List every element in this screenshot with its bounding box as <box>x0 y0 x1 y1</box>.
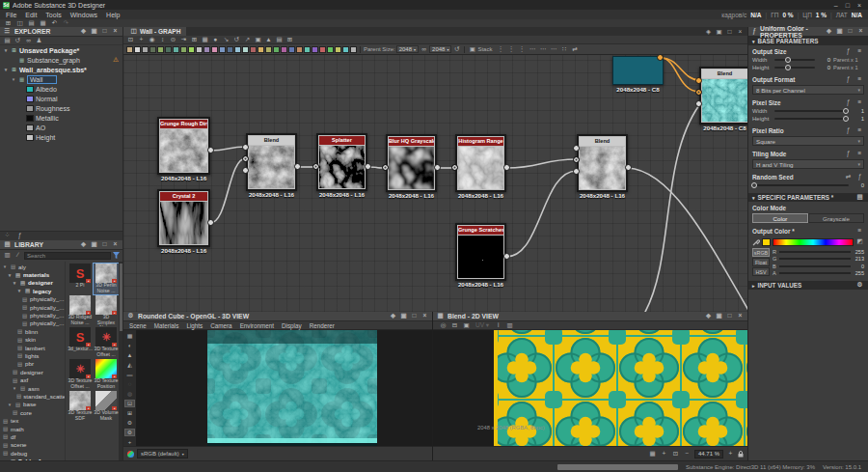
input-port[interactable] <box>312 163 319 170</box>
view3d-menu-display[interactable]: Display <box>282 322 302 329</box>
chevron-down-icon[interactable]: ▾ <box>11 76 16 82</box>
explorer-item-unsaved-package-[interactable]: ▾⊞Unsaved Package* <box>0 45 122 55</box>
align-h2-icon[interactable]: ⋯ <box>538 45 547 53</box>
menu-help[interactable]: Help <box>106 12 120 18</box>
link-size-icon[interactable]: ∞ <box>420 45 428 53</box>
new-package-icon[interactable]: ⊞ <box>4 19 13 27</box>
env-icon[interactable]: ◭ <box>124 361 135 369</box>
frame-icon[interactable]: ▣ <box>254 36 262 43</box>
library-item-3d-volume-mask[interactable]: ◂3D Volume Mask <box>94 391 119 422</box>
linked-size-dropdown[interactable]: 2048▾ <box>429 45 451 53</box>
graph-node-blend-3[interactable]: Blend2048x2048 - C8 <box>699 67 747 125</box>
input-port[interactable] <box>695 77 702 84</box>
library-tree-item-tex[interactable]: ▤tex <box>0 416 65 424</box>
input-port[interactable] <box>242 167 249 174</box>
graph-node-splatter[interactable]: Splatter2048x2048 - L16 <box>316 133 367 191</box>
slider-row-height[interactable]: Height0Parent x 1 <box>752 64 864 71</box>
input-port[interactable] <box>451 164 458 171</box>
node-palette-button-3[interactable] <box>149 46 156 53</box>
edit-params-icon[interactable]: ▤ <box>855 194 864 202</box>
color-space-float-button[interactable]: Float <box>752 258 770 266</box>
library-tree-item-core[interactable]: ▤core <box>0 408 65 416</box>
maximize-icon[interactable]: □ <box>100 241 109 249</box>
loop-icon[interactable]: ↺ <box>232 36 241 43</box>
cloud-icon[interactable]: ◍ <box>124 390 135 398</box>
specific-parameters-section[interactable]: ▾SPECIFIC PARAMETERS * ▤ <box>748 193 868 202</box>
node-palette-button-13[interactable] <box>227 46 233 53</box>
explorer-item-height[interactable]: Height <box>0 132 122 142</box>
view3d-menu-environment[interactable]: Environment <box>240 322 274 329</box>
view3d-menu-scene[interactable]: Scene <box>129 322 147 329</box>
close-icon[interactable]: × <box>736 313 745 320</box>
parent-size-dropdown[interactable]: 2048▾ <box>396 45 419 53</box>
compact-icon[interactable]: ⇄ <box>570 45 579 53</box>
chevron-down-icon[interactable]: ▾ <box>12 280 17 286</box>
pixel-ratio-select[interactable]: Square▾ <box>752 136 864 146</box>
maximize-icon[interactable]: □ <box>725 28 734 36</box>
input-port[interactable] <box>573 156 580 163</box>
chevron-down-icon[interactable]: ▾ <box>16 288 22 293</box>
float-icon[interactable]: ▣ <box>90 241 98 249</box>
gizmo-icon[interactable]: + <box>124 438 135 446</box>
node-palette-button-0[interactable] <box>126 46 133 53</box>
input-port[interactable] <box>382 164 389 171</box>
snapshot-icon[interactable]: ▤ <box>275 36 284 43</box>
link-create-icon[interactable]: ↘ <box>222 36 231 43</box>
refresh-icon[interactable]: ↺ <box>452 45 461 53</box>
input-values-section[interactable]: ▸INPUT VALUES ⚙ <box>748 281 868 290</box>
magnifier-icon[interactable]: ◎ <box>439 321 448 329</box>
align-h3-icon[interactable]: ⋯ <box>549 45 557 53</box>
node-palette-button-9[interactable] <box>196 46 203 53</box>
color-swatch[interactable] <box>762 238 771 246</box>
gear-icon[interactable]: ⚙ <box>124 429 135 436</box>
channel-slider-b[interactable]: B0 <box>773 263 864 270</box>
preset-icon[interactable]: ≡ <box>855 99 864 107</box>
library-tree-item-debug[interactable]: ▤debug <box>0 449 65 457</box>
pin-icon[interactable]: ◈ <box>825 28 833 36</box>
close-icon[interactable]: × <box>420 313 429 320</box>
node-palette-button-7[interactable] <box>180 46 187 53</box>
pin-icon[interactable]: ◈ <box>389 313 397 320</box>
input-port[interactable] <box>573 145 580 152</box>
view2d-viewport[interactable]: 2048 x 2048 (RGBA, 8bpc) <box>433 330 747 446</box>
node-palette-button-14[interactable] <box>234 46 241 53</box>
maximize-icon[interactable]: □ <box>725 313 734 320</box>
fit-icon[interactable]: ⊡ <box>671 450 680 458</box>
float-icon[interactable]: ▣ <box>715 28 723 36</box>
node-palette-button-11[interactable] <box>211 46 218 53</box>
center-icon[interactable]: + <box>660 450 668 458</box>
display-icon[interactable]: ▦ <box>201 36 209 43</box>
function-icon[interactable]: ƒ <box>844 76 853 84</box>
explorer-item-albedo[interactable]: Albedo <box>0 84 122 94</box>
chevron-down-icon[interactable]: ▾ <box>12 385 17 391</box>
graph-node-blend-2[interactable]: Blend2048x2048 - L16 <box>577 134 628 192</box>
jump-icon[interactable]: ⇥ <box>179 36 188 43</box>
input-port[interactable] <box>695 89 702 96</box>
menu-tools[interactable]: Tools <box>45 12 61 18</box>
graph-node-uniform-color[interactable]: 2048x2048 - C8 <box>612 56 664 85</box>
explorer-item-normal[interactable]: Normal <box>0 94 122 103</box>
color-mode-grayscale-button[interactable]: Grayscale <box>808 213 864 223</box>
graph-node-crystal-2[interactable]: Crystal 22048x2048 - L16 <box>157 189 210 247</box>
input-port[interactable] <box>242 144 249 151</box>
library-tree-item-math[interactable]: ▤math <box>0 425 65 432</box>
maximize-icon[interactable]: □ <box>846 28 854 36</box>
library-tree-item-blinn[interactable]: ▤blinn <box>0 327 65 335</box>
close-icon[interactable]: × <box>111 28 120 36</box>
info-icon[interactable]: i <box>494 321 502 329</box>
float-icon[interactable]: ▣ <box>90 28 98 36</box>
close-button[interactable]: × <box>857 2 861 9</box>
picker-icon[interactable]: ◩ <box>855 238 864 246</box>
node-palette-button-24[interactable] <box>312 46 318 53</box>
library-tree-item-physically-[interactable]: ▤physically_... <box>0 311 65 319</box>
search-icon[interactable]: ⊙ <box>169 36 177 43</box>
input-port[interactable] <box>695 100 702 107</box>
node-palette-button-8[interactable] <box>188 46 195 53</box>
library-item-3d-texture-offset-[interactable]: ✳◂3D Texture Offset ... <box>68 359 93 390</box>
node-palette-button-28[interactable] <box>342 46 349 53</box>
distribute-icon[interactable]: ∷ <box>559 45 568 53</box>
explorer-item-metallic[interactable]: Metallic <box>0 113 122 123</box>
library-item-3d-textur-[interactable]: S◂3d_textur... <box>68 327 93 358</box>
maximize-icon[interactable]: □ <box>100 28 109 36</box>
share-icon[interactable]: ◫ <box>15 19 24 27</box>
